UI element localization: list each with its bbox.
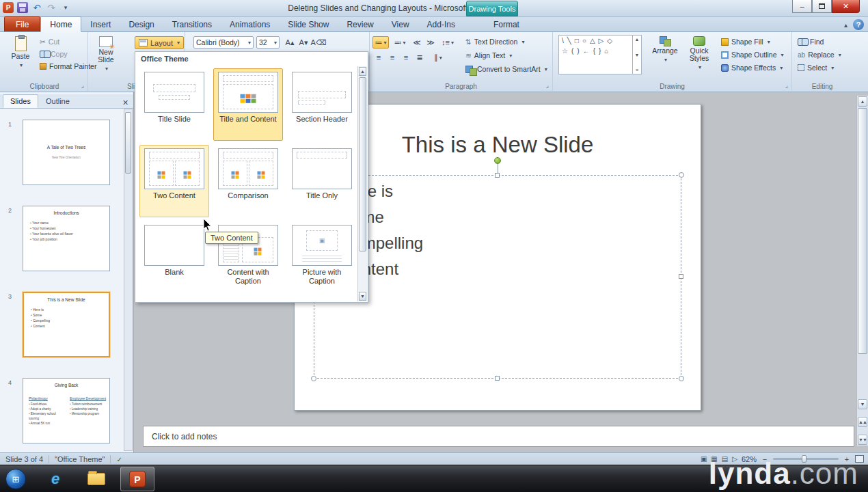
shape-outline-button[interactable]: Shape Outline: [721, 51, 784, 59]
slide-bullet-list[interactable]: Here is Some Compelling Content: [324, 178, 675, 282]
resize-handle-top-right[interactable]: [679, 172, 684, 178]
content-placeholder[interactable]: Here is Some Compelling Content: [314, 175, 681, 379]
save-icon[interactable]: [17, 2, 28, 13]
layout-option-picture-with-caption[interactable]: ▣ Picture with Caption: [287, 221, 357, 294]
resize-handle-right[interactable]: [679, 274, 683, 279]
slide-bullet[interactable]: Compelling: [324, 230, 675, 256]
align-right-icon[interactable]: ≡: [400, 51, 412, 64]
resize-handle-bottom-right[interactable]: [679, 376, 684, 381]
spell-check-icon[interactable]: [116, 455, 122, 463]
copy-button[interactable]: Copy: [40, 50, 68, 58]
font-family-combo[interactable]: Calibri (Body): [193, 36, 254, 49]
layout-option-section-header[interactable]: Section Header: [287, 68, 357, 141]
paste-button[interactable]: Paste: [7, 33, 34, 69]
layout-option-title-only[interactable]: Title Only: [287, 145, 357, 217]
tab-design[interactable]: Design: [120, 17, 163, 31]
shape-effects-button[interactable]: Shape Effects: [721, 64, 783, 72]
select-button[interactable]: Select: [798, 64, 834, 72]
taskbar-powerpoint[interactable]: P: [120, 467, 154, 491]
gallery-scrollbar[interactable]: ▲ ▼: [357, 66, 367, 301]
shapes-scroll-down-icon[interactable]: ▼: [635, 53, 640, 57]
minimize-button[interactable]: –: [792, 0, 812, 13]
new-slide-button[interactable]: New Slide: [92, 33, 120, 72]
minimize-ribbon-icon[interactable]: [844, 20, 847, 29]
close-panel-icon[interactable]: ✕: [120, 98, 131, 108]
tab-review[interactable]: Review: [338, 17, 382, 31]
taskbar-file-explorer[interactable]: [79, 467, 113, 491]
font-size-combo[interactable]: 32: [256, 36, 280, 49]
resize-handle-bottom[interactable]: [495, 376, 500, 381]
numbering-icon[interactable]: ≕: [392, 36, 408, 49]
tab-format[interactable]: Format: [485, 17, 528, 31]
quick-styles-button[interactable]: Quick Styles: [683, 33, 716, 71]
slide-thumbnail-1[interactable]: A Tale of Two Trees New Hire Orientation: [23, 120, 110, 185]
tab-home[interactable]: Home: [40, 16, 81, 32]
slide-bullet[interactable]: Here is: [324, 178, 675, 204]
cut-button[interactable]: ✂ Cut: [40, 38, 59, 46]
slide-thumbnail-4[interactable]: Giving Back Philanthropy Food drives Ado…: [23, 378, 110, 443]
tab-transitions[interactable]: Transitions: [163, 17, 221, 31]
shape-fill-button[interactable]: Shape Fill: [721, 38, 770, 46]
shrink-font-icon[interactable]: A▾: [297, 37, 310, 48]
close-button[interactable]: ✕: [832, 0, 860, 13]
find-button[interactable]: Find: [798, 38, 824, 46]
scrollbar-thumb[interactable]: [858, 108, 867, 354]
slide-title[interactable]: This is a New Slide: [315, 132, 680, 158]
shapes-gallery[interactable]: \╲□○△▷◇ ☆()←{}⌂ ▲ ▼ ≡: [558, 35, 642, 74]
decrease-indent-icon[interactable]: ≪: [411, 36, 423, 49]
notes-pane[interactable]: Click to add notes: [143, 426, 854, 447]
undo-icon[interactable]: [31, 2, 42, 13]
scroll-up-icon[interactable]: ▲: [858, 96, 867, 107]
slides-panel-scrollbar[interactable]: [124, 109, 133, 451]
justify-icon[interactable]: ≣: [413, 51, 426, 64]
slide-bullet[interactable]: Content: [324, 256, 675, 282]
next-slide-icon[interactable]: ▼▼: [858, 435, 867, 445]
align-text-button[interactable]: ≋ Align Text: [465, 51, 512, 59]
grow-font-icon[interactable]: A▴: [284, 37, 296, 48]
rotation-handle[interactable]: [494, 157, 501, 164]
columns-icon[interactable]: ∥: [430, 51, 446, 64]
shapes-scroll-up-icon[interactable]: ▲: [635, 37, 640, 42]
shapes-gallery-scrollbar[interactable]: ▲ ▼ ≡: [632, 36, 641, 74]
line-spacing-icon[interactable]: ↕≡: [439, 36, 456, 49]
layout-button[interactable]: Layout: [135, 36, 184, 49]
bullets-icon[interactable]: ≔: [372, 36, 389, 49]
increase-indent-icon[interactable]: ≫: [424, 36, 437, 49]
tab-animations[interactable]: Animations: [221, 17, 279, 31]
gallery-scroll-up-icon[interactable]: ▲: [359, 67, 366, 76]
previous-slide-icon[interactable]: ▲▲: [858, 417, 867, 427]
layout-option-two-content[interactable]: Two Content: [139, 145, 209, 217]
slide-thumbnail-2[interactable]: Introductions Your name Your hometown Yo…: [23, 206, 110, 271]
tab-view[interactable]: View: [383, 17, 418, 31]
slide-bullet[interactable]: Some: [324, 204, 675, 230]
layout-option-title-and-content[interactable]: Title and Content: [213, 68, 283, 141]
align-center-icon[interactable]: ≡: [386, 51, 398, 64]
convert-to-smartart-button[interactable]: Convert to SmartArt: [465, 65, 547, 73]
redo-icon[interactable]: [46, 2, 57, 13]
normal-view-icon[interactable]: ▣: [701, 455, 707, 463]
tab-file[interactable]: File: [4, 16, 40, 31]
paragraph-dialog-launcher[interactable]: [543, 82, 551, 90]
clipboard-dialog-launcher[interactable]: [79, 82, 86, 90]
taskbar-internet-explorer[interactable]: e: [38, 467, 72, 491]
drawing-dialog-launcher[interactable]: [783, 82, 790, 90]
tab-add-ins[interactable]: Add-Ins: [418, 17, 464, 31]
layout-option-comparison[interactable]: Comparison: [213, 145, 283, 217]
arrange-button[interactable]: Arrange: [650, 33, 680, 64]
vertical-scrollbar[interactable]: ▲ ▼ ▲▲ ▼▼: [856, 96, 868, 446]
tab-outline[interactable]: Outline: [38, 94, 77, 108]
tab-slides-thumbnails[interactable]: Slides: [3, 94, 38, 108]
align-left-icon[interactable]: ≡: [372, 51, 385, 64]
layout-option-title-slide[interactable]: Title Slide: [139, 68, 209, 141]
slides-panel-scrollbar-thumb[interactable]: [125, 112, 131, 174]
slide-thumbnail-3-selected[interactable]: This is a New Slide Here is Some Compell…: [23, 292, 110, 357]
tab-insert[interactable]: Insert: [81, 17, 120, 31]
maximize-button[interactable]: [812, 0, 832, 13]
help-icon[interactable]: ?: [853, 19, 864, 30]
resize-handle-bottom-left[interactable]: [311, 376, 316, 381]
replace-button[interactable]: ab Replace: [798, 51, 841, 59]
layout-option-blank[interactable]: Blank: [139, 221, 209, 294]
customize-quick-access-icon[interactable]: [60, 2, 71, 13]
tab-slide-show[interactable]: Slide Show: [279, 17, 338, 31]
gallery-scrollbar-thumb[interactable]: [359, 77, 366, 251]
